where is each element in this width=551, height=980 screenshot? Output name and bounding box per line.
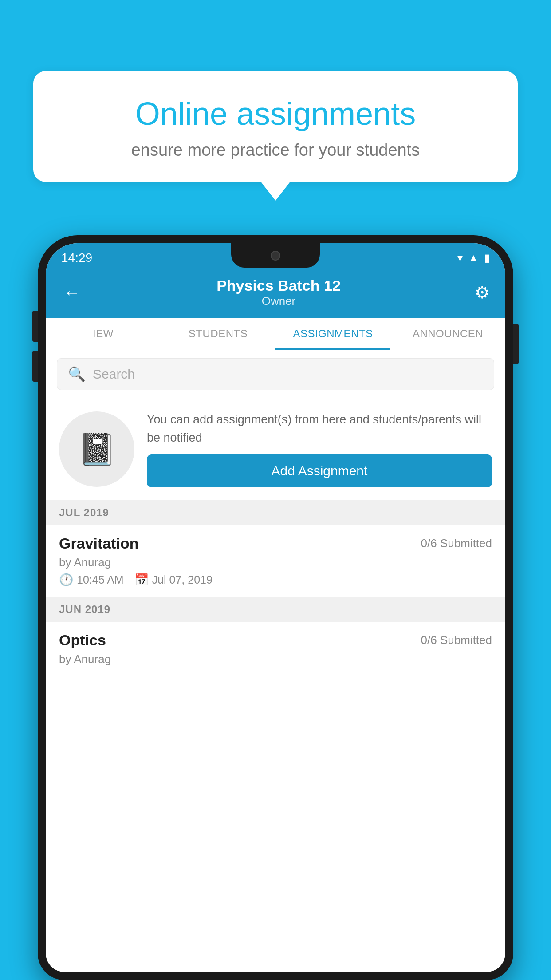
tab-announcements[interactable]: ANNOUNCEN <box>390 318 505 350</box>
assignment-item-optics[interactable]: Optics 0/6 Submitted by Anurag <box>46 622 505 680</box>
header-subtitle: Owner <box>216 294 341 308</box>
assignment-top-optics: Optics 0/6 Submitted <box>59 632 492 649</box>
bubble-title: Online assignments <box>60 95 491 132</box>
back-button[interactable]: ← <box>61 281 83 304</box>
settings-icon[interactable]: ⚙ <box>475 283 490 302</box>
front-camera <box>271 251 280 261</box>
section-header-jul: JUL 2019 <box>46 500 505 525</box>
tab-iew[interactable]: IEW <box>46 318 161 350</box>
volume-down-button <box>32 351 38 382</box>
assignment-meta-gravitation: 🕐 10:45 AM 📅 Jul 07, 2019 <box>59 573 492 587</box>
signal-icon: ▲ <box>468 252 479 264</box>
assignment-submitted-gravitation: 0/6 Submitted <box>421 537 492 550</box>
phone-frame: 14:29 ▾ ▲ ▮ ← Physics Batch 12 Owner ⚙ I… <box>38 235 513 980</box>
search-bar[interactable]: 🔍 Search <box>57 358 494 390</box>
assignment-top: Gravitation 0/6 Submitted <box>59 535 492 552</box>
promo-icon-circle: 📓 <box>59 411 134 487</box>
status-icons: ▾ ▲ ▮ <box>457 252 490 264</box>
promo-text: You can add assignment(s) from here and … <box>147 411 492 447</box>
assignment-author-optics: by Anurag <box>59 652 492 666</box>
clock-icon: 🕐 <box>59 573 73 587</box>
volume-up-button <box>32 311 38 342</box>
assignment-item-gravitation[interactable]: Gravitation 0/6 Submitted by Anurag 🕐 10… <box>46 525 505 597</box>
tabs-bar: IEW STUDENTS ASSIGNMENTS ANNOUNCEN <box>46 318 505 350</box>
phone-screen: 14:29 ▾ ▲ ▮ ← Physics Batch 12 Owner ⚙ I… <box>46 243 505 972</box>
search-icon: 🔍 <box>68 366 86 383</box>
assignment-time-gravitation: 🕐 10:45 AM <box>59 573 124 587</box>
add-assignment-button[interactable]: Add Assignment <box>147 454 492 487</box>
tab-students[interactable]: STUDENTS <box>161 318 276 350</box>
section-header-jul-text: JUL 2019 <box>59 506 109 518</box>
bubble-subtitle: ensure more practice for your students <box>60 141 491 160</box>
promo-content: You can add assignment(s) from here and … <box>147 411 492 487</box>
tab-assignments[interactable]: ASSIGNMENTS <box>276 318 390 350</box>
header-title: Physics Batch 12 <box>216 277 341 294</box>
status-time: 14:29 <box>61 251 92 265</box>
assignment-title-gravitation: Gravitation <box>59 535 138 552</box>
wifi-icon: ▾ <box>457 252 463 264</box>
section-header-jun: JUN 2019 <box>46 597 505 622</box>
speech-bubble: Online assignments ensure more practice … <box>33 71 518 182</box>
assignment-submitted-optics: 0/6 Submitted <box>421 633 492 647</box>
app-header: ← Physics Batch 12 Owner ⚙ <box>46 269 505 318</box>
calendar-icon: 📅 <box>134 573 149 587</box>
search-container: 🔍 Search <box>46 350 505 398</box>
assignment-date-gravitation: 📅 Jul 07, 2019 <box>134 573 213 587</box>
notebook-icon: 📓 <box>78 431 116 467</box>
section-header-jun-text: JUN 2019 <box>59 603 110 615</box>
assignment-title-optics: Optics <box>59 632 106 649</box>
phone-notch <box>231 243 320 268</box>
search-placeholder: Search <box>93 367 135 382</box>
power-button <box>513 324 519 364</box>
assignment-author-gravitation: by Anurag <box>59 556 492 569</box>
speech-bubble-container: Online assignments ensure more practice … <box>33 71 518 182</box>
promo-section: 📓 You can add assignment(s) from here an… <box>46 398 505 500</box>
header-title-group: Physics Batch 12 Owner <box>216 277 341 308</box>
battery-icon: ▮ <box>484 252 490 264</box>
